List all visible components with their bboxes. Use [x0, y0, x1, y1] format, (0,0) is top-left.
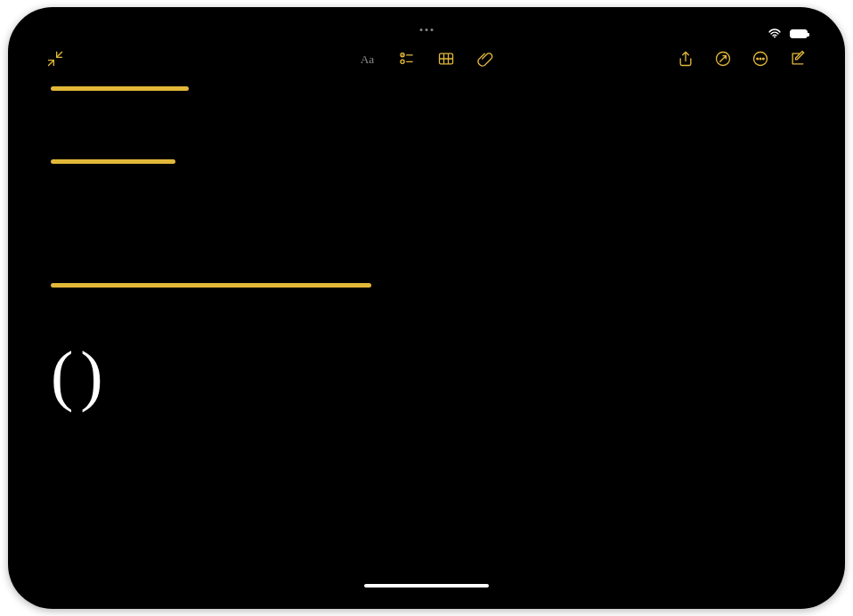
ipad-frame: Aa	[8, 7, 845, 609]
wifi-icon	[768, 28, 781, 40]
formula: ( )	[51, 338, 112, 416]
handwriting-canvas[interactable]: ( )	[51, 89, 802, 534]
svg-point-4	[401, 60, 404, 63]
battery-icon	[790, 29, 808, 38]
decay-chart	[473, 158, 802, 394]
note-content[interactable]: ( )	[28, 77, 825, 543]
markup-icon[interactable]	[713, 49, 733, 69]
svg-point-12	[757, 58, 759, 60]
svg-point-0	[774, 36, 776, 37]
home-indicator[interactable]	[364, 584, 489, 588]
svg-text:Aa: Aa	[361, 53, 375, 66]
share-icon[interactable]	[676, 49, 695, 69]
screen: Aa	[28, 23, 825, 593]
svg-point-13	[760, 58, 761, 60]
checklist-icon[interactable]	[397, 49, 417, 69]
status-bar	[28, 23, 825, 41]
attachment-icon[interactable]	[475, 49, 495, 69]
multitask-dots[interactable]	[420, 28, 434, 31]
svg-point-14	[763, 58, 765, 60]
collapse-icon[interactable]	[45, 49, 65, 69]
toolbar: Aa	[28, 41, 825, 77]
compose-icon[interactable]	[788, 49, 808, 69]
table-icon[interactable]	[436, 49, 456, 69]
text-format-icon[interactable]: Aa	[358, 49, 378, 69]
more-icon[interactable]	[751, 49, 770, 69]
